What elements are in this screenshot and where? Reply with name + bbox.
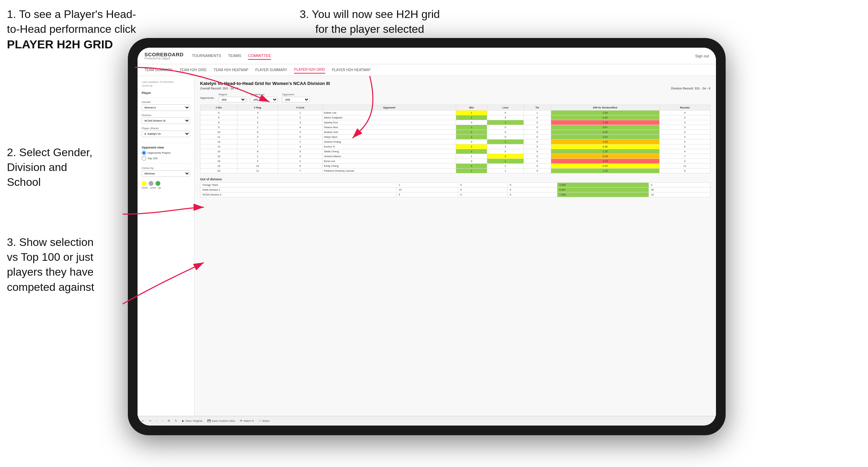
colour-label: Colour by <box>142 166 190 170</box>
overall-record: Overall Record: 353 - 34 - 6 <box>200 87 238 90</box>
col-win: Win <box>456 105 487 111</box>
logo-main: SCOREBOARD <box>144 52 183 57</box>
out-div-row: NCAA Division 2 5 0 0 7.400 10 <box>200 192 710 197</box>
table-row: 16 1 3 Jessica Mason 1 2 0 -0.94 7 <box>200 154 710 159</box>
colour-level-label: Level <box>150 187 156 189</box>
radio-group: Opponents Played Top 100 <box>142 151 190 161</box>
grid-title: Katelyn Vo Head-to-Head Grid for Women's… <box>200 81 710 86</box>
share-label: Share <box>262 419 269 422</box>
save-custom-btn[interactable]: 💾 Save Custom View <box>207 419 235 422</box>
instruction-line1: 1. To see a Player's Head- <box>7 8 136 20</box>
watch-label: Watch <box>244 419 251 422</box>
colour-select[interactable]: Win/loss <box>142 170 190 177</box>
record-row: Overall Record: 353 - 34 - 6 Division Re… <box>200 87 710 90</box>
colour-level-circle <box>149 181 153 186</box>
table-row: 19 10 6 Emily Chang 4 1 0 0.30 11 <box>200 164 710 169</box>
filter-opp-select[interactable]: (All) <box>282 97 310 103</box>
top-nav: SCOREBOARD Powered by clippd TOURNAMENTS… <box>138 48 716 64</box>
filter-conf-select[interactable]: (All) <box>250 97 278 103</box>
instruction-line2: to-Head performance click <box>7 23 136 35</box>
radio-opponents-played[interactable]: Opponents Played <box>142 151 190 155</box>
instruction-bottom-line2: vs Top 100 or just <box>7 251 93 263</box>
radio-top100[interactable]: Top 100 <box>142 156 190 161</box>
gender-label: Gender <box>142 101 190 104</box>
nav-tournaments[interactable]: TOURNAMENTS <box>192 52 221 60</box>
division-record-label: Division Record: <box>671 87 694 90</box>
filter-row: Opponents: Region (All) Conference ( <box>200 93 710 103</box>
col-loss: Loss <box>487 105 524 111</box>
subnav-team-summary[interactable]: TEAM SUMMARY <box>144 67 173 73</box>
table-header-row: # Div # Reg # Conf Opponent Win Loss Tie… <box>200 105 710 111</box>
instruction-bottom-line4: competed against <box>7 281 94 293</box>
subnav-player-summary[interactable]: PLAYER SUMMARY <box>255 67 287 73</box>
overall-record-label: Overall Record: <box>200 87 222 90</box>
subnav-team-h2h-heatmap[interactable]: TEAM H2H HEATMAP <box>214 67 248 73</box>
bottom-toolbar: ↩ ↪ ‹ › ⚙ ↻ ▶ View: Original 💾 Save Cust… <box>138 416 716 426</box>
tablet-screen: SCOREBOARD Powered by clippd TOURNAMENTS… <box>138 48 716 426</box>
radio-top100-label: Top 100 <box>148 157 157 160</box>
col-opponent: Opponent <box>322 105 456 111</box>
col-div: # Div <box>200 105 237 111</box>
col-diff: Diff Av Strokes/Rnd <box>551 105 659 111</box>
share-btn[interactable]: ⤢ Share <box>258 419 269 422</box>
view-original-label: View: Original <box>185 419 202 422</box>
col-reg: # Reg <box>237 105 278 111</box>
page-root: 1. To see a Player's Head- to-Head perfo… <box>0 0 868 467</box>
save-custom-label: Save Custom View <box>212 419 235 422</box>
colour-down-label: Down <box>142 187 148 189</box>
col-tie: Tie <box>523 105 551 111</box>
instruction-top-right: 3. You will now see H2H gridfor the play… <box>283 7 456 37</box>
gender-select[interactable]: Women's Men's <box>142 104 190 111</box>
out-div-row: NAIA Division 1 15 0 0 9.267 30 <box>200 188 710 192</box>
division-select[interactable]: NCAA Division III NCAA Division I NCAA D… <box>142 117 190 124</box>
view-original-btn[interactable]: ▶ View: Original <box>182 419 202 422</box>
player-rank-select[interactable]: 8. Katelyn Vo <box>142 131 190 137</box>
instruction-bottom-left: 3. Show selection vs Top 100 or just pla… <box>7 235 124 295</box>
instruction-mid-line3: School <box>7 176 41 188</box>
forward-btn[interactable]: › <box>162 419 163 422</box>
back-btn[interactable]: ‹ <box>156 419 157 422</box>
redo-btn[interactable]: ↪ <box>149 419 151 422</box>
instruction-bottom-line3: players they have <box>7 266 94 278</box>
tablet: SCOREBOARD Powered by clippd TOURNAMENTS… <box>128 38 726 435</box>
panel-updated: Last Updated: 27/03/202416:55:38 <box>142 80 190 88</box>
table-row: 5 2 2 Alexis Sudjianto 1 0 0 4.00 3 <box>200 115 710 120</box>
subnav-team-h2h-grid[interactable]: TEAM H2H GRID <box>180 67 207 73</box>
division-record: Division Record: 331 - 34 - 6 <box>671 87 710 90</box>
out-div-row: Foreign Team 1 0 0 4.500 2 <box>200 183 710 188</box>
watch-btn[interactable]: 👁 Watch ▾ <box>240 419 254 422</box>
division-record-value: 331 - 34 - 6 <box>695 87 710 90</box>
logo-sub: Powered by clippd <box>144 57 183 60</box>
colour-up-label: Up <box>158 187 161 189</box>
nav-teams[interactable]: TEAMS <box>228 52 241 60</box>
opponent-view-label: Opponent view <box>142 146 190 149</box>
refresh-btn[interactable]: ↻ <box>175 419 177 422</box>
colour-up-circle <box>155 181 160 186</box>
right-content: Katelyn Vo Head-to-Head Grid for Women's… <box>195 76 716 416</box>
undo-btn[interactable]: ↩ <box>142 419 144 422</box>
instruction-top-right-text: 3. You will now see H2H gridfor the play… <box>300 8 440 35</box>
settings-btn[interactable]: ⚙ <box>168 419 170 422</box>
filter-region-label: Region <box>218 93 246 96</box>
table-row: 6 3 3 Sydney Kuo 0 1 0 -1.00 3 <box>200 120 710 125</box>
subnav-player-h2h-grid[interactable]: PLAYER H2H GRID <box>294 66 325 74</box>
colour-labels: Down Level Up <box>142 187 190 189</box>
table-row: 11 2 5 Heejo Hyun 1 0 0 3.33 3 <box>200 135 710 140</box>
nav-committee[interactable]: COMMITTEE <box>248 52 271 60</box>
filter-opp: Opponent (All) <box>282 93 310 103</box>
col-rounds: Rounds <box>659 105 710 111</box>
table-row: 10 6 3 Andrea York 2 0 0 4.00 4 <box>200 130 710 135</box>
table-row: 15 8 5 Stella Cheng 1 0 0 1.25 4 <box>200 149 710 154</box>
table-row: 14 7 4 Eunice Yi 2 2 0 0.38 9 <box>200 144 710 149</box>
filter-region: Region (All) <box>218 93 246 103</box>
subnav-player-h2h-heatmap[interactable]: PLAYER H2H HEATMAP <box>332 67 371 73</box>
player-rank-label: Player (Rank) <box>142 127 190 130</box>
opponents-filter-label: Opponents: <box>200 96 214 99</box>
table-row: 13 1 1 Jessica Huang 0 1 0 -3.00 2 <box>200 140 710 144</box>
app-content: SCOREBOARD Powered by clippd TOURNAMENTS… <box>138 48 716 426</box>
main-content: Last Updated: 27/03/202416:55:38 Player … <box>138 76 716 416</box>
instruction-bottom-line1: 3. Show selection <box>7 236 94 248</box>
sign-out-link[interactable]: Sign out <box>695 54 709 58</box>
filter-region-select[interactable]: (All) <box>218 97 246 103</box>
filter-conf-label: Conference <box>250 93 278 96</box>
